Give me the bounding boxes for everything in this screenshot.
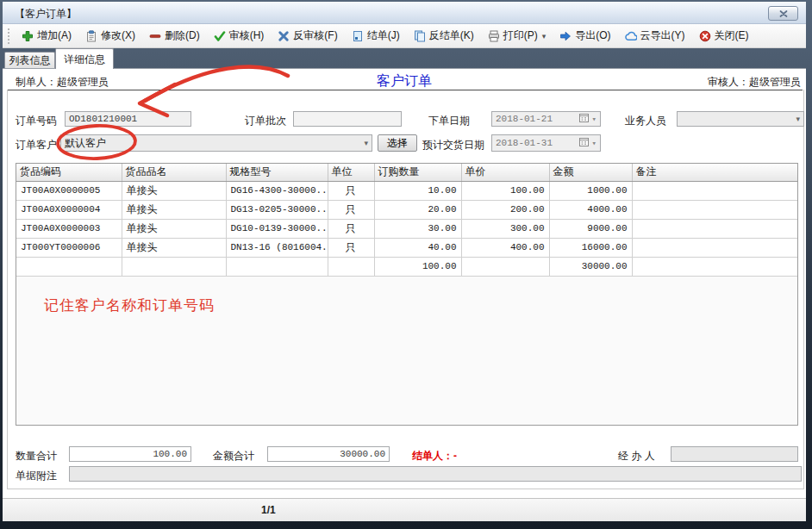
grid-cell[interactable]: 9000.00	[549, 219, 632, 238]
grid-cell[interactable]: 只	[328, 200, 374, 219]
grid-cell[interactable]	[122, 257, 226, 276]
check-icon	[214, 30, 226, 42]
grid-row[interactable]: JT000YT0000006单接头DN13-16 (8016004...只40.…	[16, 238, 797, 257]
grid-column-header[interactable]: 备注	[632, 164, 797, 181]
note-input[interactable]	[69, 466, 802, 482]
grid-cell[interactable]: JT000YT0000006	[16, 238, 122, 257]
grid-cell[interactable]	[16, 257, 122, 276]
grid-column-header[interactable]: 货品编码	[16, 164, 122, 181]
grid-cell[interactable]: 200.00	[461, 200, 549, 219]
toolbar-button-unaudit[interactable]: 反审核(F)	[271, 25, 344, 47]
grid-row[interactable]: JT00A0X0000005单接头DG16-4300-30000...只10.0…	[16, 181, 797, 200]
grid-row[interactable]: JT00A0X0000003单接头DG10-0139-30000...只30.0…	[16, 219, 797, 238]
grid-cell[interactable]: 30000.00	[549, 257, 632, 276]
grid-cell[interactable]: 单接头	[122, 181, 226, 200]
documents-icon	[414, 30, 426, 42]
handler-input[interactable]	[671, 446, 798, 462]
toolbar-button-cloud-export[interactable]: 云导出(Y)	[618, 25, 692, 47]
grid-cell[interactable]: 只	[328, 219, 374, 238]
toolbar-button-export[interactable]: 导出(O)	[553, 25, 617, 47]
chevron-down-icon[interactable]: ▾	[592, 115, 597, 124]
order-items-grid: 货品编码货品品名规格型号单位订购数量单价金额备注 JT00A0X0000005单…	[16, 163, 798, 426]
customer-combo[interactable]: 默认客户 ▾	[60, 134, 372, 152]
delivery-date-picker[interactable]: 2018-01-31 ▾	[491, 134, 601, 152]
grid-row[interactable]: JT00A0X0000004单接头DG13-0205-30000...只20.0…	[16, 200, 797, 219]
order-date-label: 下单日期	[428, 114, 470, 128]
toolbar-button-delete[interactable]: 删除(D)	[142, 25, 207, 47]
order-no-input[interactable]: OD1801210001	[65, 111, 191, 127]
select-customer-button[interactable]: 选择	[378, 134, 417, 152]
add-icon	[22, 30, 34, 42]
toolbar-button-add[interactable]: 增加(A)	[15, 25, 78, 47]
grid-cell[interactable]	[226, 257, 328, 276]
grid-cell[interactable]: 1000.00	[549, 181, 632, 200]
grid-cell[interactable]: 10.00	[374, 181, 461, 200]
batch-input[interactable]	[293, 111, 402, 127]
toolbar-button-close[interactable]: 关闭(E)	[692, 25, 756, 47]
grid-cell[interactable]	[461, 257, 549, 276]
toolbar-button-audit[interactable]: 审核(H)	[207, 25, 272, 47]
grid-cell[interactable]: 16000.00	[549, 238, 632, 257]
chevron-down-icon[interactable]: ▾	[592, 139, 597, 148]
settler-label: 结单人：-	[412, 449, 457, 464]
calendar-icon	[579, 137, 589, 149]
order-date-picker[interactable]: 2018-01-21 ▾	[491, 111, 601, 127]
grid-cell[interactable]: DG13-0205-30000...	[226, 200, 328, 219]
grid-cell[interactable]: 只	[328, 181, 374, 200]
grid-cell[interactable]	[328, 257, 374, 276]
grid-cell[interactable]	[632, 238, 797, 257]
grid-cell[interactable]	[632, 219, 797, 238]
grid-cell[interactable]: 40.00	[374, 238, 461, 257]
grid-cell[interactable]: 100.00	[374, 257, 461, 276]
window-close-button[interactable]	[768, 6, 798, 21]
grid-column-header[interactable]: 单价	[461, 164, 549, 181]
grid-cell[interactable]	[632, 181, 797, 200]
grid-total-row[interactable]: 100.0030000.00	[16, 257, 797, 276]
qty-total-input[interactable]: 100.00	[69, 446, 191, 462]
close-circle-icon	[699, 30, 711, 42]
grid-cell[interactable]	[632, 200, 797, 219]
cloud-icon	[625, 30, 637, 42]
grid-column-header[interactable]: 规格型号	[226, 164, 328, 181]
grid-cell[interactable]: DN13-16 (8016004...	[226, 238, 328, 257]
toolbar-button-print[interactable]: 打印(P) ▾	[481, 25, 553, 47]
toolbar-grip	[8, 28, 11, 44]
grid-cell[interactable]: JT00A0X0000004	[16, 200, 122, 219]
minus-icon	[149, 30, 161, 42]
grid-cell[interactable]: JT00A0X0000005	[16, 181, 122, 200]
grid-column-header[interactable]: 订购数量	[374, 164, 461, 181]
grid-cell[interactable]: 只	[328, 238, 374, 257]
grid-column-header[interactable]: 金额	[549, 164, 632, 181]
grid-cell[interactable]: DG16-4300-30000...	[226, 181, 328, 200]
toolbar-button-settle[interactable]: 结单(J)	[345, 25, 407, 47]
grid-cell[interactable]: DG10-0139-30000...	[226, 219, 328, 238]
grid-cell[interactable]	[632, 257, 797, 276]
salesman-combo[interactable]: ▾	[677, 111, 804, 127]
chevron-down-icon[interactable]: ▾	[364, 139, 368, 147]
grid-cell[interactable]: 300.00	[461, 219, 549, 238]
chevron-down-icon[interactable]: ▾	[542, 32, 547, 40]
grid-cell[interactable]: 100.00	[461, 181, 549, 200]
grid-cell[interactable]: 400.00	[461, 238, 549, 257]
handler-label: 经 办 人	[618, 449, 655, 464]
grid-cell[interactable]: 单接头	[122, 238, 226, 257]
grid-cell[interactable]: 单接头	[122, 200, 226, 219]
delivery-date-label: 预计交货日期	[422, 138, 484, 152]
grid-cell[interactable]: 30.00	[374, 219, 461, 238]
grid-column-header[interactable]: 货品品名	[122, 164, 226, 181]
toolbar-button-unsettle[interactable]: 反结单(K)	[407, 25, 481, 47]
note-label: 单据附注	[16, 469, 57, 483]
grid-cell[interactable]: 单接头	[122, 219, 226, 238]
grid-cell[interactable]: 20.00	[374, 200, 461, 219]
auditor-label: 审核人：超级管理员	[708, 75, 801, 90]
grid-column-header[interactable]: 单位	[328, 164, 374, 181]
tab-detail-info[interactable]: 详细信息	[55, 48, 114, 69]
grid-cell[interactable]: JT00A0X0000003	[16, 219, 122, 238]
toolbar-button-modify[interactable]: 修改(X)	[78, 25, 142, 47]
chevron-down-icon[interactable]: ▾	[796, 115, 800, 123]
amount-total-input[interactable]: 30000.00	[267, 446, 390, 462]
tab-list-info[interactable]: 列表信息	[4, 52, 55, 68]
amount-total-label: 金额合计	[213, 449, 254, 464]
grid-cell[interactable]: 4000.00	[549, 200, 632, 219]
document-icon	[352, 30, 364, 42]
